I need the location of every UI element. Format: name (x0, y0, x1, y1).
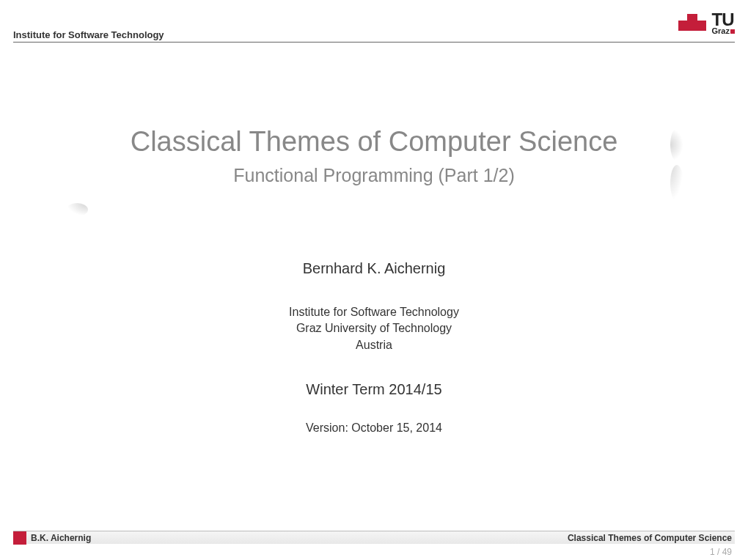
affiliation-block: Institute for Software Technology Graz U… (0, 304, 748, 353)
footer-author: B.K. Aichernig (31, 533, 91, 543)
footer-accent-icon (13, 531, 26, 545)
footer-title: Classical Themes of Computer Science (568, 533, 732, 543)
page-number: 1 / 49 (710, 547, 732, 557)
subtitle: Functional Programming (Part 1/2) (81, 165, 667, 186)
title-block: Classical Themes of Computer Science Fun… (81, 126, 667, 186)
affiliation-line-2: Graz University of Technology (0, 320, 748, 336)
slide-header: Institute for Software Technology TU Gra… (13, 28, 735, 43)
author-name: Bernhard K. Aichernig (0, 260, 748, 277)
main-title: Classical Themes of Computer Science (81, 126, 667, 158)
affiliation-line-3: Austria (0, 337, 748, 353)
title-shadow-decoration (81, 202, 667, 216)
footer-left: B.K. Aichernig (13, 531, 91, 545)
logo-icon (671, 10, 708, 35)
tu-graz-logo: TU Graz (671, 10, 735, 35)
logo-text: TU Graz (712, 11, 735, 35)
affiliation-line-1: Institute for Software Technology (0, 304, 748, 320)
version-label: Version: October 15, 2014 (0, 421, 748, 435)
logo-graz-text: Graz (712, 27, 735, 35)
slide-footer: B.K. Aichernig Classical Themes of Compu… (13, 531, 735, 544)
term-label: Winter Term 2014/15 (0, 381, 748, 398)
institute-name: Institute for Software Technology (13, 29, 164, 40)
